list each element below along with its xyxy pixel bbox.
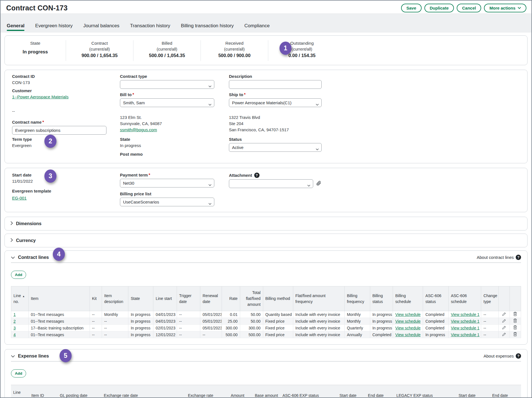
billing_schedule-link[interactable]: View schedule [395, 312, 420, 317]
ship-to-select[interactable]: Power Aerospace Materials(C1) [229, 98, 322, 107]
asc606_status-cell: Completed [423, 318, 449, 325]
asc606_schedule-link[interactable]: View schedule 1 [451, 326, 479, 330]
payment-term-select[interactable]: Net30 [120, 179, 214, 187]
term-type-value: Evergreen [12, 143, 120, 148]
tab-billing-transaction-history[interactable]: Billing transaction history [181, 23, 234, 33]
billing_schedule-cell: View schedule [393, 325, 423, 331]
callout-badge-1: 1 [279, 42, 292, 55]
edit-row-button[interactable] [499, 318, 510, 325]
tab-evergreen-history[interactable]: Evergreen history [35, 23, 72, 33]
contract-type-select[interactable] [120, 80, 214, 89]
billing-price-list-select[interactable]: UseCaseScenarios [120, 198, 214, 206]
contract-lines-toggle[interactable]: Contract lines [11, 255, 49, 260]
kit-cell: -- [90, 331, 102, 338]
kit-cell: -- [90, 311, 102, 318]
duplicate-button[interactable]: Duplicate [424, 4, 454, 12]
paperclip-icon[interactable] [316, 180, 321, 187]
trash-icon[interactable] [513, 313, 517, 317]
edit-pencil-icon[interactable] [502, 333, 506, 337]
total_flat_fixed_amount-cell: 50.00 [240, 318, 263, 325]
delete-row-button[interactable] [510, 325, 521, 331]
form-col-2: Contract type Bill to* Smith, Sam 123 El… [120, 74, 229, 158]
section-currency[interactable]: Currency [4, 234, 528, 247]
status-select[interactable]: Active [229, 143, 322, 152]
edit-row-button[interactable] [499, 311, 510, 318]
contract-type-label: Contract type [120, 74, 229, 79]
summary-outstanding: Outstanding (current/all) 0.00 / 154.35 [268, 40, 336, 61]
billing_schedule-link[interactable]: View schedule [395, 333, 420, 337]
col-header-start_date2: Start date [456, 385, 490, 398]
edit-row-button[interactable] [499, 331, 510, 338]
summary-state-value: In progress [5, 49, 66, 55]
help-icon: ? [516, 255, 521, 260]
billing_schedule-link[interactable]: View schedule [395, 326, 420, 330]
col-header-line_no[interactable]: Line▲no. [11, 286, 29, 311]
contract-name-input[interactable] [12, 126, 106, 135]
billing_method-cell: Fixed price [263, 318, 293, 325]
rate-cell: 25.00 [222, 318, 240, 325]
state-value: In progress [120, 143, 229, 148]
chevron-down-icon [518, 7, 521, 9]
payment-term-value: Net30 [123, 181, 134, 186]
trigger_date-cell: -- [177, 331, 200, 338]
line_no-link[interactable]: 1 [13, 312, 16, 317]
about-contract-lines[interactable]: About contract lines ? [477, 255, 521, 260]
asc606_schedule-link[interactable]: View schedule 1 [451, 333, 479, 337]
summary-contract-sub: (current/all) [66, 47, 133, 51]
edit-pencil-icon[interactable] [502, 319, 506, 324]
line_no-link[interactable]: 4 [13, 333, 16, 337]
sched-col-1: Start date 11/01/2022 Evergreen template… [12, 173, 120, 206]
line_no-link[interactable]: 2 [13, 319, 16, 324]
trash-icon[interactable] [513, 333, 517, 337]
billing_method-cell: Fixed price [263, 325, 293, 331]
delete-row-button[interactable] [510, 331, 521, 338]
evergreen-template-link[interactable]: EG-001 [12, 196, 27, 200]
bill-email-link[interactable]: ssmith@bogus.com [120, 127, 157, 132]
tab-journal-balances[interactable]: Journal balances [83, 23, 120, 33]
bill-to-select[interactable]: Smith, Sam [120, 98, 214, 107]
trash-icon[interactable] [513, 319, 517, 324]
about-expenses[interactable]: About expenses ? [483, 353, 521, 359]
bill-to-value: Smith, Sam [123, 100, 145, 105]
item_description-cell: -- [102, 331, 128, 338]
expense-lines-toggle[interactable]: Expense lines [11, 353, 49, 359]
description-label: Description [229, 74, 520, 79]
currency-label: Currency [16, 238, 36, 243]
trash-icon[interactable] [513, 326, 517, 331]
renewal_date-cell: 05/01/2023 [200, 325, 222, 331]
delete-row-button[interactable] [510, 318, 521, 325]
total_flat_fixed_amount-cell: 300.00 [240, 325, 263, 331]
billing_frequency-cell: Quarterly [344, 325, 370, 331]
help-icon: ? [516, 353, 521, 359]
attachment-select[interactable] [229, 179, 313, 188]
billing_schedule-cell: View schedule [393, 311, 423, 318]
billing_schedule-link[interactable]: View schedule [395, 319, 420, 324]
edit-pencil-icon[interactable] [502, 326, 506, 331]
asc606_schedule-link[interactable]: View schedule 1 [451, 319, 479, 324]
summary-contract: Contract (current/all) 900.00 / 1,654.35 [66, 40, 133, 61]
edit-pencil-icon[interactable] [502, 313, 506, 317]
customer-link[interactable]: 1--Power Aerospace Materials [12, 94, 69, 99]
billing_schedule-cell: View schedule [393, 318, 423, 325]
line_no-link[interactable]: 3 [13, 326, 16, 330]
tab-transaction-history[interactable]: Transaction history [130, 23, 170, 33]
contract-details-form: Contract ID CON-173 Customer 1--Power Ae… [4, 70, 528, 163]
add-contract-line-button[interactable]: Add [11, 271, 26, 279]
more-actions-button[interactable]: More actions [484, 4, 526, 12]
add-expense-line-button[interactable]: Add [11, 369, 26, 377]
cancel-button[interactable]: Cancel [457, 4, 481, 12]
edit-row-button[interactable] [499, 325, 510, 331]
table-row: 101--Text messages--MonthlyIn progress04… [11, 311, 521, 318]
asc606_schedule-link[interactable]: View schedule 1 [451, 312, 479, 317]
col-header-end_date: End date [366, 385, 394, 398]
description-input[interactable] [229, 80, 322, 89]
asc606_schedule-cell: View schedule 1 [449, 325, 481, 331]
tab-general[interactable]: General [7, 23, 24, 33]
delete-row-button[interactable] [510, 311, 521, 318]
save-button[interactable]: Save [401, 4, 422, 12]
callout-badge-2: 2 [44, 135, 56, 148]
section-dimensions[interactable]: Dimensions [4, 217, 528, 230]
help-icon[interactable]: ? [254, 173, 260, 178]
summary-outstanding-label: Outstanding [268, 41, 336, 46]
tab-compliance[interactable]: Compliance [244, 23, 270, 33]
